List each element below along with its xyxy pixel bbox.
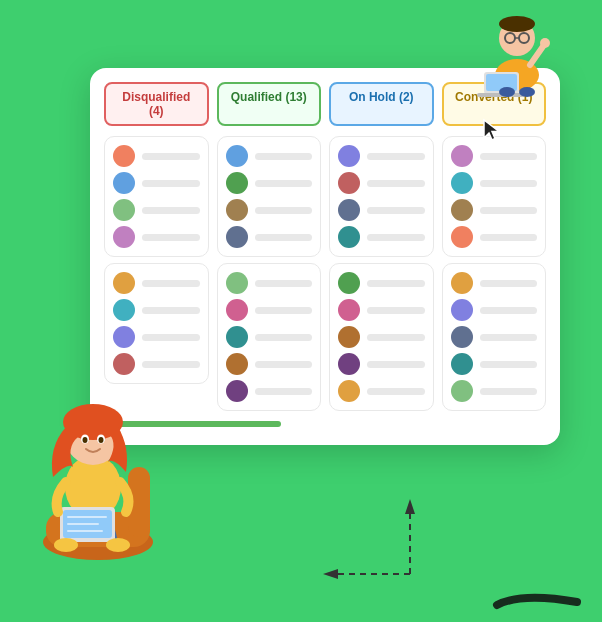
line-placeholder [480, 207, 538, 214]
line-placeholder [480, 388, 538, 395]
avatar [338, 380, 360, 402]
line-placeholder [480, 280, 538, 287]
kanban-col-onhold [329, 136, 434, 411]
card-row [338, 353, 425, 375]
character-girl [18, 367, 178, 567]
card-row [451, 326, 538, 348]
kanban-col-converted [442, 136, 547, 411]
svg-point-20 [83, 437, 88, 443]
line-placeholder [367, 361, 425, 368]
avatar [451, 145, 473, 167]
line-placeholder [480, 153, 538, 160]
line-placeholder [142, 234, 200, 241]
card-row [113, 145, 200, 167]
card-row [226, 272, 313, 294]
card-row [338, 380, 425, 402]
avatar [113, 272, 135, 294]
col-header-qualified[interactable]: Qualified (13) [217, 82, 322, 126]
col-header-disqualified[interactable]: Disqualified (4) [104, 82, 209, 126]
card-row [226, 172, 313, 194]
line-placeholder [255, 361, 313, 368]
line-placeholder [480, 334, 538, 341]
line-placeholder [367, 307, 425, 314]
line-placeholder [480, 180, 538, 187]
avatar [338, 226, 360, 248]
avatar [226, 145, 248, 167]
card-block [217, 263, 322, 411]
card-row [451, 172, 538, 194]
cursor-arrow-icon [482, 118, 504, 150]
avatar [226, 226, 248, 248]
avatar [113, 145, 135, 167]
card-row [113, 199, 200, 221]
card-row [338, 299, 425, 321]
card-row [451, 272, 538, 294]
svg-point-28 [54, 538, 78, 552]
line-placeholder [142, 334, 200, 341]
card-row [113, 299, 200, 321]
avatar [113, 199, 135, 221]
svg-marker-31 [405, 499, 415, 514]
svg-point-22 [99, 437, 104, 443]
card-row [451, 299, 538, 321]
svg-point-12 [519, 87, 535, 97]
card-row [226, 326, 313, 348]
avatar [113, 299, 135, 321]
line-placeholder [367, 234, 425, 241]
card-block [104, 263, 209, 384]
avatar [338, 299, 360, 321]
dashed-arrows [320, 494, 450, 584]
line-placeholder [480, 361, 538, 368]
col-header-onhold[interactable]: On Hold (2) [329, 82, 434, 126]
card-block [217, 136, 322, 257]
avatar [113, 172, 135, 194]
line-placeholder [255, 234, 313, 241]
avatar [451, 380, 473, 402]
line-placeholder [255, 334, 313, 341]
card-block [329, 263, 434, 411]
avatar [451, 226, 473, 248]
line-placeholder [367, 334, 425, 341]
card-row [451, 380, 538, 402]
line-placeholder [142, 307, 200, 314]
avatar [226, 326, 248, 348]
avatar [451, 326, 473, 348]
avatar [338, 272, 360, 294]
card-block [442, 136, 547, 257]
card-row [113, 172, 200, 194]
avatar [113, 326, 135, 348]
line-placeholder [142, 153, 200, 160]
line-placeholder [367, 180, 425, 187]
line-placeholder [255, 153, 313, 160]
svg-line-6 [530, 45, 544, 65]
line-placeholder [142, 180, 200, 187]
avatar [338, 145, 360, 167]
line-placeholder [255, 180, 313, 187]
card-block [104, 136, 209, 257]
card-row [338, 199, 425, 221]
character-boy [462, 0, 572, 100]
line-placeholder [367, 280, 425, 287]
avatar [451, 172, 473, 194]
line-placeholder [480, 234, 538, 241]
card-row [338, 226, 425, 248]
card-block [329, 136, 434, 257]
avatar [226, 172, 248, 194]
card-row [113, 326, 200, 348]
card-row [338, 172, 425, 194]
card-row [338, 145, 425, 167]
avatar [226, 199, 248, 221]
avatar [338, 199, 360, 221]
card-row [113, 226, 200, 248]
card-block [442, 263, 547, 411]
avatar [226, 272, 248, 294]
line-placeholder [255, 280, 313, 287]
card-row [451, 226, 538, 248]
card-row [113, 272, 200, 294]
card-row [451, 353, 538, 375]
avatar [338, 172, 360, 194]
line-placeholder [255, 207, 313, 214]
card-row [226, 226, 313, 248]
card-row [226, 380, 313, 402]
card-row [338, 272, 425, 294]
